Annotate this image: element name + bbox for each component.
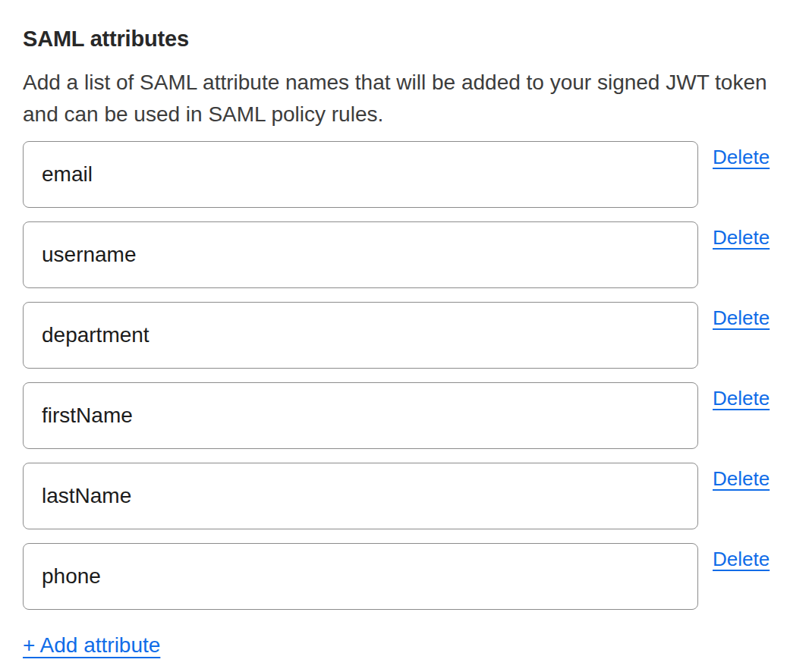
attribute-row: Delete [23, 141, 789, 208]
attribute-input[interactable] [23, 382, 698, 449]
delete-link[interactable]: Delete [713, 388, 770, 409]
delete-link[interactable]: Delete [713, 146, 770, 168]
delete-link[interactable]: Delete [713, 468, 770, 489]
attribute-input[interactable] [23, 302, 698, 369]
delete-link[interactable]: Delete [713, 227, 770, 248]
add-attribute-link[interactable]: + Add attribute [23, 633, 160, 658]
attribute-input[interactable] [23, 141, 698, 208]
page-title: SAML attributes [23, 27, 789, 50]
delete-link[interactable]: Delete [713, 307, 770, 328]
attribute-input[interactable] [23, 221, 698, 288]
attribute-row: Delete [23, 302, 789, 369]
attribute-input[interactable] [23, 463, 698, 529]
attribute-input[interactable] [23, 543, 698, 610]
attribute-row: Delete [23, 382, 789, 449]
section-description: Add a list of SAML attribute names that … [23, 67, 788, 130]
delete-link[interactable]: Delete [713, 548, 770, 570]
attribute-row: Delete [23, 543, 789, 610]
attribute-row: Delete [23, 463, 789, 529]
attribute-row: Delete [23, 221, 789, 288]
saml-attributes-section: SAML attributes Add a list of SAML attri… [0, 0, 809, 658]
